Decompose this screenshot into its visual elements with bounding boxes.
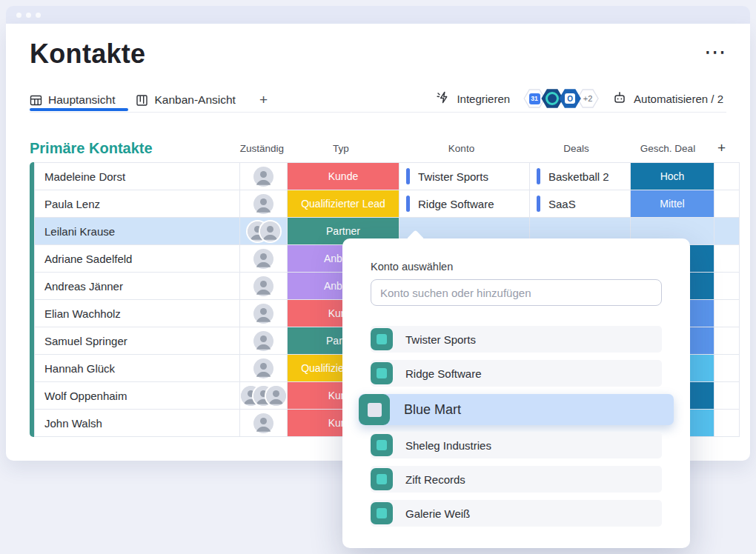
add-view-button[interactable]: +	[259, 92, 268, 108]
deal-strength-label: Hoch	[660, 170, 685, 182]
contact-name: Elian Wachholz	[44, 307, 121, 320]
account-option-label: Galerie Weiß	[405, 507, 470, 520]
contact-name-cell[interactable]: Elian Wachholz	[35, 300, 239, 327]
integrate-button[interactable]: Integrieren	[436, 90, 510, 107]
assignee-cell[interactable]	[240, 163, 287, 190]
contact-name: Wolf Oppenhaim	[44, 390, 127, 402]
assignee-cell[interactable]	[240, 355, 287, 381]
account-options-list: Twister SportsRidge SoftwareBlue MartShe…	[371, 326, 662, 527]
account-option[interactable]: Zift Records	[371, 466, 662, 493]
avatar	[253, 358, 273, 378]
automate-label: Automatisieren / 2	[634, 93, 723, 105]
avatar-stack	[253, 413, 273, 433]
konto-search-input[interactable]	[371, 279, 662, 306]
assignee-cell[interactable]	[240, 273, 287, 299]
more-count: +2	[583, 94, 593, 103]
tab-label: Hauptansicht	[48, 93, 115, 107]
account-icon-inner	[377, 334, 387, 344]
account-option[interactable]: Twister Sports	[371, 326, 662, 353]
assignee-cell[interactable]	[240, 327, 287, 354]
add-column-button[interactable]: +	[709, 140, 734, 156]
robot-icon	[612, 90, 627, 107]
kanban-view-icon	[136, 94, 148, 107]
assignee-cell[interactable]	[240, 245, 287, 272]
konto-auswaehlen-popup: Konto auswählen Twister SportsRidge Soft…	[342, 238, 690, 548]
ring-app-icon	[546, 92, 559, 105]
contact-name-cell[interactable]: Andreas Jänner	[35, 273, 239, 299]
contact-name-cell[interactable]: Madeleine Dorst	[35, 163, 239, 190]
column-header: Deals	[526, 143, 626, 154]
add-cell	[714, 300, 739, 327]
avatar-stack	[253, 358, 273, 378]
deal-name: Basketball 2	[548, 170, 609, 183]
tab-label: Kanban-Ansicht	[154, 93, 235, 107]
account-name: Ridge Software	[418, 198, 494, 210]
contact-name: Samuel Springer	[44, 335, 127, 347]
contact-name-cell[interactable]: John Walsh	[35, 410, 239, 436]
account-option[interactable]: Blue Mart	[359, 394, 674, 425]
deal-strength-cell[interactable]: Hoch	[631, 163, 714, 190]
avatar	[253, 276, 273, 296]
integration-zap-icon	[436, 90, 450, 107]
contact-name: Paula Lenz	[44, 198, 100, 210]
avatar-stack	[241, 386, 286, 406]
assignee-cell[interactable]	[240, 190, 287, 217]
avatar-stack	[253, 167, 273, 187]
deal-cell[interactable]: SaaS	[530, 190, 630, 217]
window-dot	[26, 13, 31, 18]
add-cell	[714, 410, 739, 436]
type-label: Kunde	[328, 170, 358, 182]
deal-strength-cell[interactable]: Mittel	[631, 190, 714, 217]
account-icon-inner	[377, 508, 387, 518]
avatar	[253, 167, 273, 187]
group-title: Primäre Kontakte	[30, 140, 239, 157]
account-icon-inner	[377, 440, 387, 450]
tab-kanban-ansicht[interactable]: Kanban-Ansicht	[136, 93, 235, 107]
avatar-stack	[253, 194, 273, 214]
account-cell[interactable]: Twister Sports	[399, 163, 529, 190]
contact-name-cell[interactable]: Wolf Oppenhaim	[35, 382, 239, 409]
type-label: Partner	[326, 225, 360, 237]
type-cell[interactable]: Kunde	[288, 163, 399, 190]
avatar-stack	[248, 221, 280, 241]
contact-name-cell[interactable]: Hannah Glück	[35, 355, 239, 381]
deal-strength-label: Mittel	[660, 198, 684, 210]
assignee-cell[interactable]	[240, 410, 287, 436]
account-cell[interactable]: Ridge Software	[399, 190, 529, 217]
automate-button[interactable]: Automatisieren / 2	[612, 90, 723, 107]
avatar-stack	[253, 331, 273, 351]
contact-name-cell[interactable]: Paula Lenz	[35, 190, 239, 217]
link-indicator	[537, 196, 540, 212]
tabs-divider	[30, 112, 726, 113]
integration-badges[interactable]: 31 O +2	[523, 89, 599, 109]
column-header: Typ	[285, 143, 397, 154]
account-icon-inner	[368, 403, 382, 417]
avatar	[253, 194, 273, 214]
contact-name-cell[interactable]: Adriane Sadelfeld	[35, 245, 239, 272]
deal-cell[interactable]: Basketball 2	[530, 163, 630, 190]
integrate-label: Integrieren	[457, 93, 510, 105]
window-dot	[16, 13, 21, 18]
add-cell	[714, 355, 739, 381]
account-icon	[371, 362, 393, 384]
contact-name: Andreas Jänner	[44, 280, 123, 293]
assignee-cell[interactable]	[240, 218, 287, 244]
app-page: Kontakte ⋯ Hauptansicht	[0, 0, 756, 554]
account-option[interactable]: Galerie Weiß	[371, 500, 662, 527]
avatar-stack	[253, 276, 273, 296]
link-indicator	[406, 196, 410, 212]
account-option[interactable]: Ridge Software	[371, 360, 662, 387]
account-icon	[371, 434, 393, 456]
account-option[interactable]: Sheleg Industries	[371, 432, 662, 458]
avatar	[266, 386, 286, 406]
board-toolbar: Integrieren 31 O +2	[436, 87, 723, 110]
link-indicator	[406, 168, 410, 184]
board-menu-button[interactable]: ⋯	[704, 39, 729, 64]
tab-hauptansicht[interactable]: Hauptansicht	[30, 93, 115, 107]
type-cell[interactable]: Qualifizierter Lead	[288, 190, 399, 217]
outlook-icon: O	[565, 93, 575, 104]
assignee-cell[interactable]	[240, 382, 287, 409]
assignee-cell[interactable]	[240, 300, 287, 327]
contact-name-cell[interactable]: Leilani Krause	[35, 218, 239, 244]
contact-name-cell[interactable]: Samuel Springer	[35, 327, 239, 354]
